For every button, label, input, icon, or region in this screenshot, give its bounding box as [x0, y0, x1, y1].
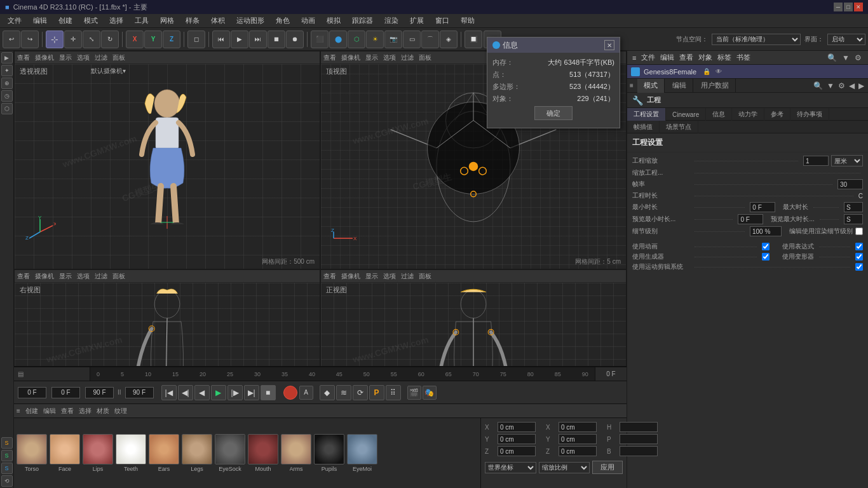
mat-edit[interactable]: 编辑 — [43, 407, 56, 416]
maximize-button[interactable]: □ — [844, 3, 853, 11]
next-frame-button[interactable]: |▶ — [227, 385, 243, 400]
om-menu-icon[interactable]: ≡ — [632, 54, 636, 62]
sidebar-btn-5[interactable]: ⬡ — [1, 103, 13, 114]
om-view[interactable]: 查看 — [679, 53, 693, 62]
vp-br-panel[interactable]: 面板 — [419, 272, 431, 281]
move-tool-button[interactable]: ✛ — [64, 30, 82, 48]
motion-button[interactable]: ≋ — [336, 385, 351, 400]
scale-select[interactable]: 缩放比例 — [539, 462, 590, 473]
sidebar-btn-4[interactable]: ◷ — [1, 90, 13, 102]
floor-button[interactable]: ▭ — [403, 30, 421, 48]
vp-tr-panel[interactable]: 面板 — [419, 53, 431, 62]
go-start-button[interactable]: |◀ — [161, 385, 177, 400]
auto-key-button[interactable]: A — [299, 386, 313, 400]
object-button[interactable]: ◻ — [187, 30, 205, 48]
sidebar-btn-8[interactable]: S — [1, 463, 13, 474]
stop-button[interactable]: ⏹ — [268, 30, 285, 48]
layer-btn-1[interactable]: 🎬 — [407, 386, 421, 400]
play-next-button[interactable]: ⏭ — [249, 30, 267, 48]
prop-usegen-check[interactable] — [762, 253, 770, 261]
minimize-button[interactable]: ─ — [834, 3, 843, 11]
props-search-button[interactable]: 🔍 — [812, 81, 824, 90]
sidebar-btn-9[interactable]: ⟲ — [1, 475, 13, 487]
end-frame-input[interactable] — [85, 387, 114, 398]
h-input[interactable] — [620, 422, 658, 432]
subtab-project-settings[interactable]: 工程设置 — [627, 108, 666, 121]
sidebar-btn-2[interactable]: ✦ — [1, 65, 13, 76]
title-bar-controls[interactable]: ─ □ ✕ — [834, 3, 863, 11]
vp-tl-view[interactable]: 查看 — [17, 53, 30, 62]
rot-x-input[interactable] — [559, 422, 597, 432]
vp-tl-options[interactable]: 选项 — [77, 53, 90, 62]
play-button[interactable]: ▶ — [231, 30, 248, 48]
sidebar-btn-3[interactable]: ⊕ — [1, 78, 13, 89]
scale-tool-button[interactable]: ⤡ — [83, 30, 100, 48]
subtab-frame-interp[interactable]: 帧插值 — [627, 121, 660, 133]
prop-scale-input[interactable] — [803, 156, 829, 166]
b-input[interactable] — [620, 446, 658, 456]
layer-btn-2[interactable]: 🎭 — [423, 386, 437, 400]
menu-create[interactable]: 创建 — [53, 15, 78, 27]
cube-button[interactable]: ⬛ — [311, 30, 329, 48]
menu-mesh[interactable]: 网格 — [155, 15, 179, 27]
vp-bl-display[interactable]: 显示 — [59, 272, 72, 281]
mat-select[interactable]: 选择 — [79, 407, 92, 416]
info-dialog-close-button[interactable]: ✕ — [604, 40, 614, 50]
rot-y-input[interactable] — [559, 434, 597, 444]
prop-renderlod-check[interactable] — [855, 227, 863, 235]
material-lips[interactable]: Lips — [83, 434, 113, 472]
end-frame-input2[interactable] — [125, 387, 154, 398]
om-tag[interactable]: 标签 — [717, 53, 731, 62]
props-tab-mode[interactable]: 模式 — [637, 79, 665, 93]
axis-x-button[interactable]: X — [126, 30, 144, 48]
sidebar-btn-7[interactable]: S — [1, 450, 13, 461]
mat-create[interactable]: 创建 — [25, 407, 38, 416]
subtab-cineware[interactable]: Cineware — [666, 108, 706, 121]
material-eyesock[interactable]: EyeSock — [215, 434, 245, 472]
loop-button[interactable]: ⟳ — [353, 385, 368, 400]
play-reverse-button[interactable]: ◀ — [194, 385, 210, 400]
prop-usemotion-check[interactable] — [855, 263, 863, 271]
undo-button[interactable]: ↩ — [3, 30, 20, 48]
om-search-button[interactable]: 🔍 — [826, 53, 838, 62]
apply-button[interactable]: 应用 — [592, 461, 623, 474]
vp-tl-display[interactable]: 显示 — [59, 53, 72, 62]
mat-texture[interactable]: 纹理 — [114, 407, 127, 416]
pos-y-input[interactable] — [498, 434, 536, 444]
props-settings-button[interactable]: ⚙ — [837, 81, 846, 90]
prop-maxtime-input[interactable] — [844, 202, 863, 212]
material-arms[interactable]: Arms — [281, 434, 311, 472]
menu-tracker[interactable]: 跟踪器 — [347, 15, 378, 27]
om-edit[interactable]: 编辑 — [660, 53, 674, 62]
menu-animation[interactable]: 动画 — [296, 15, 320, 27]
menu-character[interactable]: 角色 — [271, 15, 295, 27]
selected-object-name[interactable]: Genesis8Female — [644, 68, 696, 76]
mat-menu-icon[interactable]: ≡ — [17, 407, 20, 414]
vp-tr-filter[interactable]: 过滤 — [401, 53, 414, 62]
material-teeth[interactable]: Teeth — [116, 434, 146, 472]
vp-br-display[interactable]: 显示 — [365, 272, 378, 281]
prop-mintime-input[interactable] — [750, 202, 775, 212]
p-button[interactable]: P — [369, 385, 384, 400]
rotate-tool-button[interactable]: ↻ — [101, 30, 119, 48]
prop-useanim-check[interactable] — [762, 243, 770, 250]
start-frame-input[interactable] — [51, 387, 80, 398]
play-prev-button[interactable]: ⏮ — [212, 30, 230, 48]
vp-bl-filter[interactable]: 过滤 — [95, 272, 107, 281]
interface-select[interactable]: 启动 — [827, 34, 865, 45]
bend-button[interactable]: ⌒ — [421, 30, 439, 48]
vp-br-filter[interactable]: 过滤 — [401, 272, 414, 281]
go-end-button[interactable]: ▶| — [244, 385, 259, 400]
record-button[interactable]: ⏺ — [286, 30, 304, 48]
coord-mode-select[interactable]: 世界坐标 对象坐标 — [485, 462, 536, 473]
props-tab-userdata[interactable]: 用户数据 — [695, 79, 736, 93]
om-bookmark[interactable]: 书签 — [736, 53, 750, 62]
axis-z-button[interactable]: Z — [163, 30, 180, 48]
vp-tr-view[interactable]: 查看 — [323, 53, 336, 62]
vp-tr-display[interactable]: 显示 — [365, 53, 378, 62]
menu-window[interactable]: 窗口 — [430, 15, 454, 27]
om-filter-button[interactable]: ▼ — [841, 53, 851, 62]
prop-scale-unit[interactable]: 厘米 — [831, 155, 863, 166]
vp-bl-options[interactable]: 选项 — [77, 272, 90, 281]
node-space-select[interactable]: 当前（标准/物理） — [712, 34, 801, 45]
